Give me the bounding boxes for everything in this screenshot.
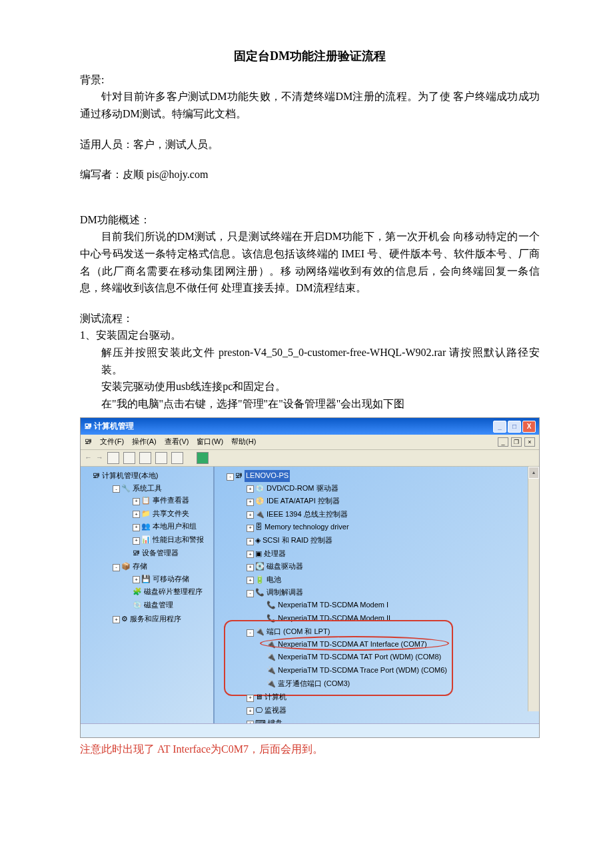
device-port-trace[interactable]: 🔌 NexperiaTM TD-SCDMA Trace Port (WDM) (… bbox=[267, 665, 447, 677]
applicable-text: 适用人员：客户，测试人员。 bbox=[80, 136, 540, 153]
mdi-minimize-button[interactable]: _ bbox=[498, 437, 508, 447]
mdi-close-button[interactable]: × bbox=[524, 437, 535, 447]
maximize-button[interactable]: □ bbox=[508, 421, 521, 433]
device-scsi[interactable]: ◈ SCSI 和 RAID 控制器 bbox=[255, 535, 332, 547]
menu-help[interactable]: 帮助(H) bbox=[231, 436, 256, 448]
menu-file[interactable]: 文件(F) bbox=[100, 436, 124, 448]
tree-storage[interactable]: 📦 存储 bbox=[121, 561, 147, 573]
print-icon[interactable] bbox=[139, 452, 151, 464]
note-text: 注意此时出现了 AT Interface为C0M7，后面会用到。 bbox=[80, 741, 540, 758]
expand-icon[interactable]: + bbox=[113, 616, 120, 623]
step1-line2: 安装完驱动使用usb线连接pc和固定台。 bbox=[80, 378, 540, 395]
expand-icon[interactable]: + bbox=[133, 537, 140, 545]
scan-icon[interactable] bbox=[197, 452, 209, 464]
document-page: 固定台DM功能注册验证流程 背景: 针对目前许多客户测试DM功能失败，不清楚终端… bbox=[0, 0, 613, 868]
device-memory[interactable]: 🗄 Memory technology driver bbox=[255, 521, 349, 533]
device-port-at-interface[interactable]: 🔌 NexperiaTM TD-SCDMA AT Interface (COM7… bbox=[267, 639, 427, 651]
refresh-icon[interactable] bbox=[155, 452, 167, 464]
device-modems[interactable]: 📞 调制解调器 bbox=[255, 587, 303, 599]
device-dvd[interactable]: 💿 DVD/CD-ROM 驱动器 bbox=[255, 483, 338, 495]
tree-shared-folders[interactable]: 📁 共享文件夹 bbox=[141, 508, 189, 520]
device-modem-2[interactable]: 📞 NexperiaTM TD-SCDMA Modem II bbox=[267, 613, 390, 625]
tree-system-tools[interactable]: 🔧 系统工具 bbox=[121, 483, 162, 495]
tree-disk-mgmt[interactable]: 💿 磁盘管理 bbox=[133, 599, 173, 611]
expand-icon[interactable]: + bbox=[133, 498, 140, 505]
background-text: 针对目前许多客户测试DM功能失败，不清楚终端DM注册的流程。为了使 客户终端成功… bbox=[80, 88, 540, 122]
menubar: 🖳 文件(F) 操作(A) 查看(V) 窗口(W) 帮助(H) _ ❐ × bbox=[81, 435, 539, 450]
export-icon[interactable] bbox=[171, 452, 183, 464]
collapse-icon[interactable]: - bbox=[113, 564, 120, 571]
tree-services[interactable]: ⚙ 服务和应用程序 bbox=[121, 613, 181, 625]
collapse-icon[interactable]: - bbox=[113, 485, 120, 493]
device-port-tat[interactable]: 🔌 NexperiaTM TD-SCDMA TAT Port (WDM) (CO… bbox=[267, 651, 441, 663]
tree-perf-logs[interactable]: 📊 性能日志和警报 bbox=[141, 534, 204, 546]
overview-text: 目前我们所说的DM测试，只是测试终端在开启DM功能下，第一次开机会 向移动特定的… bbox=[80, 228, 540, 296]
background-label: 背景: bbox=[80, 71, 540, 89]
device-disk[interactable]: 💽 磁盘驱动器 bbox=[255, 561, 303, 573]
app-icon: 🖳 bbox=[84, 421, 94, 431]
menu-window[interactable]: 窗口(W) bbox=[197, 436, 223, 448]
device-port-bluetooth[interactable]: 🔌 蓝牙通信端口 (COM3) bbox=[267, 678, 350, 690]
tree-device-manager[interactable]: 🖳 设备管理器 bbox=[133, 547, 179, 559]
device-cpu[interactable]: ▣ 处理器 bbox=[255, 548, 286, 560]
author-text: 编写者：皮顺 pis@hojy.com bbox=[80, 166, 540, 183]
collapse-icon[interactable]: - bbox=[227, 473, 234, 481]
console-icon: 🖳 bbox=[85, 436, 92, 448]
expand-icon[interactable]: + bbox=[133, 511, 140, 518]
tree-event-viewer[interactable]: 📋 事件查看器 bbox=[141, 495, 189, 507]
device-ide[interactable]: 📀 IDE ATA/ATAPI 控制器 bbox=[255, 495, 340, 507]
up-icon[interactable] bbox=[107, 452, 119, 464]
menu-action[interactable]: 操作(A) bbox=[132, 436, 157, 448]
tree-local-users[interactable]: 👥 本地用户和组 bbox=[141, 521, 197, 533]
expand-icon[interactable]: + bbox=[133, 524, 140, 531]
expand-icon[interactable]: + bbox=[133, 576, 140, 583]
process-label: 测试流程： bbox=[80, 310, 540, 327]
device-ports[interactable]: 🔌 端口 (COM 和 LPT) bbox=[255, 626, 330, 638]
device-keyboard[interactable]: ⌨ 键盘 bbox=[255, 717, 283, 723]
tree-root-local[interactable]: 🖳 计算机管理(本地) bbox=[93, 470, 158, 482]
right-tree-pane: ▴ -🖳 LENOVO-PS +💿 DVD/CD-ROM 驱动器 +📀 IDE … bbox=[215, 467, 539, 723]
step1-line3: 在"我的电脑"点击右键，选择"管理"在"设备管理器"会出现如下图 bbox=[80, 395, 540, 413]
minimize-button[interactable]: _ bbox=[493, 421, 506, 433]
mdi-restore-button[interactable]: ❐ bbox=[511, 437, 522, 447]
menu-view[interactable]: 查看(V) bbox=[165, 436, 189, 448]
device-root[interactable]: 🖳 LENOVO-PS bbox=[235, 470, 290, 482]
tree-defrag[interactable]: 🧩 磁盘碎片整理程序 bbox=[133, 586, 203, 598]
toolbar: ← → bbox=[81, 450, 539, 467]
step1-line1: 解压并按照安装此文件 preston-V4_50_5_0-customer-fr… bbox=[80, 344, 540, 378]
back-icon[interactable]: ← bbox=[85, 452, 92, 464]
overview-label: DM功能概述： bbox=[80, 211, 540, 229]
window-title: 🖳 计算机管理 bbox=[84, 420, 134, 433]
close-button[interactable]: X bbox=[522, 421, 536, 433]
screenshot-computer-management: 🖳 计算机管理 _ □ X 🖳 文件(F) 操作(A) 查看(V) 窗口(W) … bbox=[80, 417, 540, 738]
device-computer[interactable]: 🖥 计算机 bbox=[255, 691, 287, 703]
step1-number: 1、安装固定台驱动。 bbox=[80, 327, 540, 344]
window-titlebar[interactable]: 🖳 计算机管理 _ □ X bbox=[81, 418, 539, 435]
tree-removable[interactable]: 💾 可移动存储 bbox=[141, 573, 189, 585]
left-tree-pane: 🖳 计算机管理(本地) -🔧 系统工具 +📋 事件查看器 +📁 共享文件夹 +👥… bbox=[81, 467, 215, 723]
device-ieee1394[interactable]: 🔌 IEEE 1394 总线主控制器 bbox=[255, 509, 348, 521]
statusbar bbox=[81, 723, 539, 737]
properties-icon[interactable] bbox=[123, 452, 135, 464]
device-monitor[interactable]: 🖵 监视器 bbox=[255, 705, 287, 717]
device-modem-1[interactable]: 📞 NexperiaTM TD-SCDMA Modem I bbox=[267, 599, 388, 611]
page-title: 固定台DM功能注册验证流程 bbox=[80, 47, 540, 66]
forward-icon[interactable]: → bbox=[96, 452, 103, 464]
device-battery[interactable]: 🔋 电池 bbox=[255, 574, 281, 586]
